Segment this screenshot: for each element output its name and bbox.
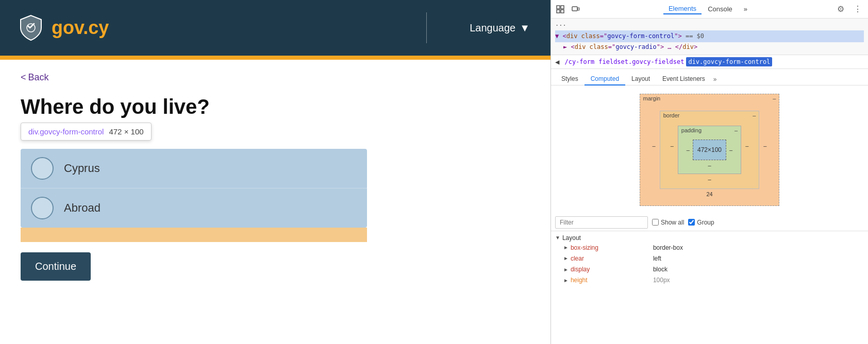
prop-clear[interactable]: ► clear left xyxy=(555,253,864,264)
devtools-toolbar: Elements Console » ⚙ ⋮ xyxy=(551,0,868,19)
breadcrumb-form-control[interactable]: div.govcy-form-control xyxy=(686,57,772,66)
section-layout[interactable]: ▼ Layout xyxy=(555,233,864,243)
language-label: Language xyxy=(470,22,515,34)
content: < Back Where do you live? div.govcy-form… xyxy=(0,60,550,344)
padding-bottom: – xyxy=(683,162,736,168)
option-abroad[interactable]: Abroad xyxy=(21,188,367,228)
html-dots: ··· xyxy=(555,22,566,29)
element-picker-icon[interactable] xyxy=(555,4,565,14)
devtools-breadcrumb: ◀ /cy-form fieldset.govcy-fieldset div.g… xyxy=(551,55,868,69)
radio-circle-abroad xyxy=(31,197,54,219)
html-selected-line[interactable]: ▼ <div class="govcy-form-control"> == $0 xyxy=(555,30,864,42)
subtab-more[interactable]: » xyxy=(711,74,719,85)
padding-right: – xyxy=(726,140,736,160)
margin-right: – xyxy=(759,102,771,189)
option-label-cyprus: Cyprus xyxy=(64,162,100,175)
tab-console[interactable]: Console xyxy=(703,4,738,14)
page-title: Where do you live? xyxy=(21,95,530,118)
border-label: border xyxy=(663,112,680,118)
orange-bar xyxy=(0,56,550,60)
prop-height-value: 100px xyxy=(653,276,670,285)
section-layout-label: Layout xyxy=(562,234,581,242)
left-panel: gov.cy Language ▼ < Back Where do you li… xyxy=(0,0,550,344)
show-all-text: Show all xyxy=(661,219,684,226)
option-cyprus[interactable]: Cyprus xyxy=(21,149,367,188)
tab-elements[interactable]: Elements xyxy=(663,4,702,14)
more-options-icon[interactable]: ⋮ xyxy=(852,3,864,15)
prop-display-name: display xyxy=(571,265,653,274)
svg-rect-1 xyxy=(557,6,560,9)
svg-rect-2 xyxy=(561,6,564,9)
group-checkbox[interactable] xyxy=(688,219,695,226)
breadcrumb-scroll-left[interactable]: ◀ xyxy=(555,58,559,66)
prop-box-sizing-name: box-sizing xyxy=(571,243,653,253)
box-content: 472×100 xyxy=(693,140,726,160)
subtab-styles[interactable]: Styles xyxy=(555,73,585,85)
language-button[interactable]: Language ▼ xyxy=(470,22,530,34)
settings-icon[interactable]: ⚙ xyxy=(835,3,846,15)
option-label-abroad: Abroad xyxy=(64,201,101,215)
filter-input[interactable] xyxy=(555,216,648,229)
border-right: – xyxy=(741,117,753,174)
prop-display-arrow: ► xyxy=(563,266,569,274)
logo-main: gov. xyxy=(52,17,88,38)
logo-icon xyxy=(16,13,45,42)
language-dropdown-icon: ▼ xyxy=(520,22,530,34)
box-padding: padding – – 472×100 – – xyxy=(678,126,741,174)
padding-dash: – xyxy=(735,127,738,133)
logo-accent: cy xyxy=(88,17,109,38)
box-border: border – – padding – – 472×100 xyxy=(660,111,760,189)
border-bottom: – xyxy=(666,176,753,182)
back-chevron-icon: < xyxy=(21,72,26,83)
group-text: Group xyxy=(697,219,714,226)
header: gov.cy Language ▼ xyxy=(0,0,550,56)
margin-left: – xyxy=(648,102,660,189)
html-tree-area: ··· ▼ <div class="govcy-form-control"> =… xyxy=(551,19,868,55)
html-child-line[interactable]: ► <div class="govcy-radio"> … </div> xyxy=(555,42,864,52)
prop-display[interactable]: ► display block xyxy=(555,264,864,275)
breadcrumb-cy-form[interactable]: /cy-form xyxy=(562,57,596,66)
show-all-checkbox[interactable] xyxy=(652,219,659,226)
element-tooltip: div.govcy-form-control 472 × 100 xyxy=(21,123,152,141)
border-left: – xyxy=(666,117,678,174)
prop-box-sizing-arrow: ► xyxy=(563,244,569,252)
prop-height-name: height xyxy=(571,276,653,285)
logo: gov.cy xyxy=(16,13,109,42)
options-footer-bar xyxy=(21,228,367,242)
box-model-diagram: margin – – border – – padding – – xyxy=(551,85,868,214)
section-layout-arrow: ▼ xyxy=(555,235,560,240)
back-link[interactable]: < Back xyxy=(21,72,530,83)
prop-box-sizing-value: border-box xyxy=(653,243,683,253)
radio-circle-cyprus xyxy=(31,157,54,180)
border-dash: – xyxy=(753,112,756,118)
tab-more-top[interactable]: » xyxy=(739,4,753,14)
svg-rect-5 xyxy=(572,7,577,11)
tooltip-class-name: div.govcy-form-control xyxy=(28,127,104,136)
show-all-label: Show all xyxy=(652,219,684,226)
prop-clear-value: left xyxy=(653,254,661,264)
properties-list: ▼ Layout ► box-sizing border-box ► clear… xyxy=(551,231,868,344)
padding-label: padding xyxy=(681,127,702,133)
devtools-panel: Elements Console » ⚙ ⋮ ··· ▼ <div class=… xyxy=(550,0,868,344)
continue-button[interactable]: Continue xyxy=(21,252,91,281)
subtab-event-listeners[interactable]: Event Listeners xyxy=(656,73,711,85)
margin-dash: – xyxy=(773,95,776,101)
prop-height-arrow: ► xyxy=(563,277,569,285)
options-container: Cyprus Abroad xyxy=(21,149,367,228)
filter-row: Show all Group xyxy=(551,214,868,231)
tooltip-dimensions: 472 × 100 xyxy=(109,127,143,136)
devtools-subtabs: Styles Computed Layout Event Listeners » xyxy=(551,69,868,85)
prop-height[interactable]: ► height 100px xyxy=(555,275,864,286)
margin-label: margin xyxy=(643,95,661,101)
prop-clear-name: clear xyxy=(571,254,653,264)
prop-box-sizing[interactable]: ► box-sizing border-box xyxy=(555,243,864,253)
group-label: Group xyxy=(688,219,714,226)
content-dims: 472×100 xyxy=(697,146,722,153)
device-toggle-icon[interactable] xyxy=(571,4,581,14)
svg-rect-6 xyxy=(578,8,579,10)
devtools-top-tabs: Elements Console » xyxy=(586,4,830,14)
subtab-computed[interactable]: Computed xyxy=(585,73,625,85)
breadcrumb-fieldset[interactable]: fieldset.govcy-fieldset xyxy=(596,57,686,66)
subtab-layout[interactable]: Layout xyxy=(625,73,656,85)
svg-rect-3 xyxy=(557,10,560,13)
